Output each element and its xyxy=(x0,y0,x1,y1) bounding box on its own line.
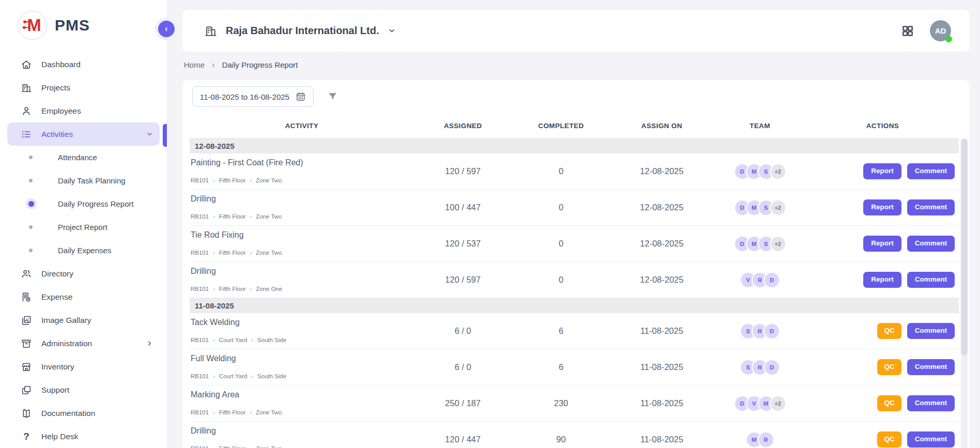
path-segment: Zone Two xyxy=(256,213,282,220)
svg-text:M: M xyxy=(27,16,41,35)
sidebar-item-employees[interactable]: Employees xyxy=(7,99,160,122)
comment-button[interactable]: Comment xyxy=(907,236,955,252)
team-overflow-badge[interactable]: +2 xyxy=(770,199,786,216)
report-button[interactable]: Report xyxy=(863,163,901,179)
copy-icon xyxy=(21,384,32,396)
qc-button[interactable]: QC xyxy=(877,431,901,447)
column-header-completed: COMPLETED xyxy=(512,122,610,130)
qc-button[interactable]: QC xyxy=(877,359,901,375)
path-segment: Fifth Floor xyxy=(219,250,246,256)
user-avatar[interactable]: AD xyxy=(930,20,951,41)
sidebar-item-projects[interactable]: Projects xyxy=(7,76,160,99)
date-range-input[interactable]: 11-08-2025 to 16-08-2025 xyxy=(192,86,314,107)
apps-grid-icon[interactable] xyxy=(901,24,914,38)
activity-title: Marking Area xyxy=(191,390,414,399)
active-bullet-icon xyxy=(28,201,34,207)
report-button[interactable]: Report xyxy=(863,272,901,288)
sidebar-item-administration[interactable]: Administration xyxy=(7,332,160,355)
sidebar-item-label: Support xyxy=(41,385,69,395)
comment-button[interactable]: Comment xyxy=(907,431,955,447)
sidebar-item-expense[interactable]: Expense xyxy=(7,285,160,308)
sidebar-item-image-gallary[interactable]: Image Gallary xyxy=(7,308,160,332)
bullet-icon xyxy=(29,179,33,182)
team-overflow-badge[interactable]: +2 xyxy=(770,236,786,252)
comment-button[interactable]: Comment xyxy=(907,272,955,288)
activity-location-path: RB101›Fifth Floor›Zone Two xyxy=(191,445,414,448)
path-segment: Court Yard xyxy=(219,337,247,343)
team-member-avatar[interactable]: D xyxy=(764,272,780,288)
qc-button[interactable]: QC xyxy=(877,323,901,339)
assign-on-date: 12-08-2025 xyxy=(610,226,713,261)
sidebar-subitem-label: Daily Task Planning xyxy=(58,176,126,185)
comment-button[interactable]: Comment xyxy=(907,359,955,375)
report-button[interactable]: Report xyxy=(863,199,901,215)
activity-location-path: RB101›Fifth Floor›Zone Two xyxy=(191,177,414,183)
completed-value: 230 xyxy=(512,385,610,421)
completed-value: 0 xyxy=(512,226,610,261)
activity-title: Full Welding xyxy=(191,354,414,363)
path-segment: Zone Two xyxy=(256,250,282,256)
sidebar-subitem-label: Daily Expenses xyxy=(58,246,111,255)
actions-cell: ReportComment xyxy=(806,226,959,261)
sidebar-collapse-button[interactable]: ‹ xyxy=(158,21,175,37)
date-range-value: 11-08-2025 to 16-08-2025 xyxy=(200,92,289,101)
vertical-scrollbar[interactable] xyxy=(961,138,968,448)
team-overflow-badge[interactable]: +2 xyxy=(770,395,786,412)
team-member-avatar[interactable]: D xyxy=(764,323,780,339)
assigned-value: 120 / 537 xyxy=(414,226,512,261)
comment-button[interactable]: Comment xyxy=(907,323,955,339)
team-member-avatar[interactable]: R xyxy=(758,431,774,448)
activity-cell: Tie Rod FixingRB101›Fifth Floor›Zone Two xyxy=(190,226,414,261)
breadcrumb-home[interactable]: Home xyxy=(184,60,205,69)
team-avatars: SRD xyxy=(713,349,806,385)
activity-cell: DrillingRB101›Fifth Floor›Zone Two xyxy=(190,190,414,225)
path-separator-icon: › xyxy=(213,178,215,183)
sidebar-item-activities[interactable]: Activities xyxy=(7,122,160,146)
sidebar-subitem-daily-progress-report[interactable]: Daily Progress Report xyxy=(0,192,167,215)
company-building-icon xyxy=(204,24,217,38)
actions-cell: ReportComment xyxy=(806,190,959,225)
team-member-avatar[interactable]: D xyxy=(764,359,780,376)
filter-funnel-icon[interactable] xyxy=(327,91,338,102)
team-avatars: DMS+2 xyxy=(713,190,806,225)
column-header-assigned: ASSIGNED xyxy=(414,122,512,130)
sidebar-item-help-desk[interactable]: ?Help Desk xyxy=(7,425,160,448)
path-separator-icon: › xyxy=(251,337,253,343)
column-header-team: TEAM xyxy=(713,122,806,130)
scrollbar-thumb[interactable] xyxy=(961,138,968,356)
sidebar-item-inventory[interactable]: Inventory xyxy=(7,355,160,378)
path-separator-icon: › xyxy=(213,250,215,256)
qc-button[interactable]: QC xyxy=(877,395,901,411)
activity-row: Tie Rod FixingRB101›Fifth Floor›Zone Two… xyxy=(190,225,959,261)
sidebar-subitem-project-report[interactable]: Project Report xyxy=(0,215,167,239)
assigned-value: 120 / 447 xyxy=(414,422,512,448)
comment-button[interactable]: Comment xyxy=(907,395,955,411)
activity-title: Drilling xyxy=(191,194,414,204)
activity-cell: Painting - First Coat (Fire Red)RB101›Fi… xyxy=(190,153,414,189)
comment-button[interactable]: Comment xyxy=(907,199,955,215)
comment-button[interactable]: Comment xyxy=(907,163,955,179)
path-segment: Zone Two xyxy=(256,177,282,183)
book-icon xyxy=(21,408,32,419)
path-segment: Fifth Floor xyxy=(219,409,246,415)
activity-cell: Full WeldingRB101›Court Yard›South Side xyxy=(190,349,414,385)
company-selector[interactable]: Raja Bahadur International Ltd. xyxy=(204,24,396,38)
team-overflow-badge[interactable]: +2 xyxy=(770,163,786,180)
actions-cell: QCComment xyxy=(806,349,959,385)
path-separator-icon: › xyxy=(250,214,252,220)
activity-location-path: RB101›Court Yard›South Side xyxy=(191,373,414,379)
sidebar-item-support[interactable]: Support xyxy=(7,378,160,401)
path-segment: RB101 xyxy=(191,213,209,220)
sidebar-item-dashboard[interactable]: Dashboard xyxy=(7,53,160,76)
sidebar-subitem-daily-expenses[interactable]: Daily Expenses xyxy=(0,239,167,262)
sidebar-item-directory[interactable]: Directory xyxy=(7,262,160,285)
date-group-header: 11-08-2025 xyxy=(190,298,959,313)
completed-value: 6 xyxy=(512,349,610,385)
sidebar-subitem-attendance[interactable]: Attendance xyxy=(0,146,167,169)
activity-location-path: RB101›Fifth Floor›Zone Two xyxy=(191,213,414,220)
activity-title: Tack Welding xyxy=(191,318,414,327)
sidebar-subitem-daily-task-planning[interactable]: Daily Task Planning xyxy=(0,169,167,192)
assign-on-date: 11-08-2025 xyxy=(610,422,713,448)
sidebar-item-documentation[interactable]: Documentation xyxy=(7,401,160,425)
report-button[interactable]: Report xyxy=(863,236,901,252)
